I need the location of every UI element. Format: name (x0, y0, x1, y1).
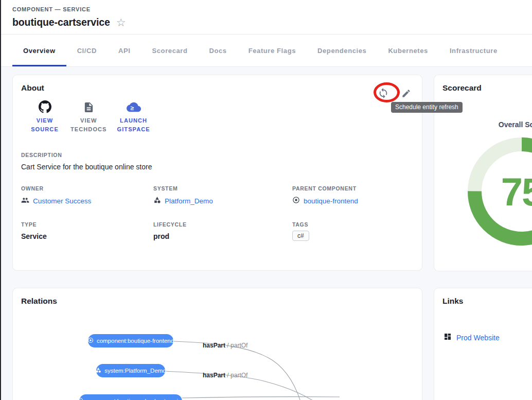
description-value: Cart Service for the boutique online sto… (21, 163, 414, 171)
relation-node-boutique-frontend[interactable]: component:boutique-frontend (88, 334, 173, 347)
gitspace-cloud-icon: ≥ (127, 100, 141, 113)
tab-dependencies[interactable]: Dependencies (307, 34, 377, 66)
tab-scorecard[interactable]: Scorecard (141, 34, 199, 66)
entity-tabs: Overview CI/CD API Scorecard Docs Featur… (0, 34, 532, 67)
tab-infrastructure[interactable]: Infrastructure (439, 34, 508, 66)
tab-feature-flags[interactable]: Feature Flags (238, 34, 307, 66)
favorite-star-icon[interactable]: ☆ (116, 17, 126, 28)
group-icon (21, 196, 29, 206)
tab-api[interactable]: API (108, 34, 141, 66)
about-card-title: About (21, 83, 414, 93)
view-techdocs-button[interactable]: VIEWTECHDOCS (67, 99, 110, 134)
owner-link[interactable]: Customer Success (21, 196, 153, 206)
refresh-icon (378, 88, 389, 99)
type-field: TYPE Service (21, 221, 153, 241)
system-icon (95, 367, 101, 374)
system-link[interactable]: Platform_Demo (153, 196, 292, 205)
links-card-title: Links (442, 297, 532, 306)
score-value: 75 (467, 137, 532, 246)
owner-field: OWNER Customer Success (21, 185, 153, 206)
description-label: DESCRIPTION (21, 152, 414, 158)
parent-component-field: PARENT COMPONENT boutique-frontend (292, 185, 414, 206)
left-edge-divider (0, 0, 1, 400)
tab-cicd[interactable]: CI/CD (66, 34, 108, 66)
type-value: Service (21, 232, 153, 240)
edge-label-haspart-partof: hasPart / partOf (203, 372, 247, 379)
launch-gitspace-button[interactable]: ≥ LAUNCHGITSPACE (114, 99, 153, 134)
tab-overview[interactable]: Overview (12, 34, 66, 66)
links-card: Links Prod Website (434, 288, 532, 400)
entity-kind-label: COMPONENT — SERVICE (12, 6, 91, 12)
tab-kubernetes[interactable]: Kubernetes (377, 34, 439, 66)
lifecycle-field: LIFECYCLE prod (153, 221, 292, 241)
prod-website-link[interactable]: Prod Website (444, 333, 532, 342)
view-source-button[interactable]: VIEWSOURCE (26, 99, 63, 134)
about-card: About VIEWSOURCE (12, 75, 422, 271)
edit-metadata-button[interactable] (399, 86, 413, 100)
scorecard-card-title: Scorecard (442, 83, 532, 93)
tab-docs[interactable]: Docs (199, 34, 238, 66)
refresh-entity-button[interactable] (377, 86, 390, 100)
edge-label-haspart-partof: hasPart / partOf (203, 342, 247, 349)
system-field: SYSTEM Platform_Demo (153, 185, 292, 206)
entity-overview-page: COMPONENT — SERVICE boutique-cartservice… (0, 0, 532, 400)
dashboard-icon (444, 333, 452, 342)
page-header: COMPONENT — SERVICE boutique-cartservice… (0, 0, 532, 34)
component-icon (87, 337, 94, 344)
parent-component-link[interactable]: boutique-frontend (292, 196, 414, 205)
component-icon (77, 397, 83, 400)
system-icon (153, 196, 161, 205)
about-quick-actions: VIEWSOURCE VIEWTECHDOCS ≥ LAUNCHGITSPACE (26, 99, 414, 134)
relation-node-platform-demo[interactable]: system:Platform_Demo (96, 364, 165, 377)
tag-chip-csharp: c# (292, 231, 309, 241)
tooltip-schedule-entity-refresh: Schedule entity refresh (391, 102, 463, 113)
component-icon (292, 196, 300, 205)
page-title: boutique-cartservice (12, 16, 110, 28)
techdocs-document-icon (83, 100, 95, 113)
pencil-icon (401, 89, 411, 98)
relation-node-boutique-checkoutservice[interactable]: component:boutique-checkoutservice (79, 394, 182, 400)
overall-score-label: Overall Score (470, 120, 532, 129)
github-icon (39, 100, 51, 113)
tags-field: TAGS c# (292, 221, 414, 241)
lifecycle-value: prod (153, 232, 292, 240)
relations-card: Relations component:boutique-frontend sy… (12, 288, 422, 400)
